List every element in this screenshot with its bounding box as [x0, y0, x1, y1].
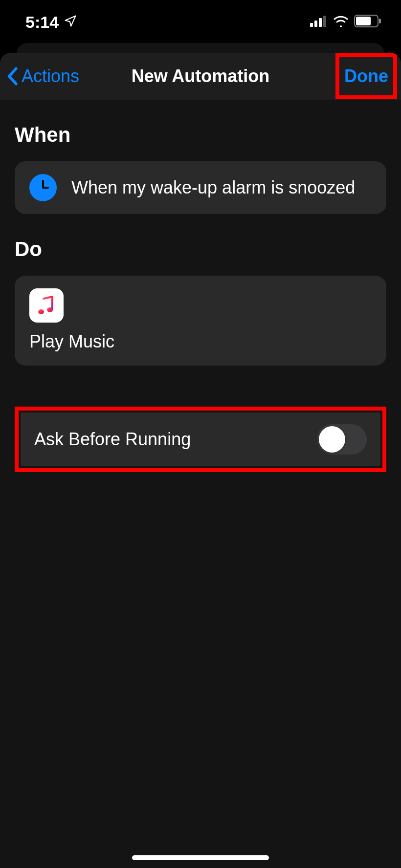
location-arrow-icon: [64, 13, 77, 32]
when-header: When: [15, 123, 386, 147]
svg-point-8: [38, 309, 44, 314]
status-right: [310, 15, 381, 29]
svg-rect-1: [314, 21, 317, 27]
music-note-icon: [36, 295, 57, 316]
svg-rect-0: [310, 23, 313, 27]
battery-icon: [354, 15, 381, 29]
chevron-back-icon: [7, 67, 18, 86]
ask-before-running-row[interactable]: Ask Before Running: [21, 412, 380, 466]
nav-bar: Actions New Automation Done: [0, 53, 401, 100]
done-label: Done: [344, 66, 388, 86]
back-label: Actions: [22, 66, 79, 87]
back-button[interactable]: Actions: [7, 66, 79, 87]
automation-sheet: Actions New Automation Done When When my…: [0, 53, 401, 868]
ask-before-running-highlight: Ask Before Running: [15, 407, 386, 472]
svg-rect-2: [319, 18, 322, 27]
content-area: When When my wake-up alarm is snoozed Do: [0, 123, 401, 472]
status-time: 5:14: [25, 13, 59, 32]
clock-icon: [29, 174, 57, 201]
ask-before-running-label: Ask Before Running: [34, 429, 191, 450]
music-app-icon: [29, 288, 64, 323]
toggle-knob: [319, 426, 345, 453]
svg-rect-6: [379, 19, 381, 23]
status-left: 5:14: [25, 13, 77, 32]
ask-before-running-toggle[interactable]: [317, 424, 367, 455]
do-action-label: Play Music: [29, 331, 372, 352]
wifi-icon: [333, 15, 349, 29]
when-trigger-label: When my wake-up alarm is snoozed: [71, 176, 355, 200]
svg-rect-3: [323, 16, 326, 27]
cellular-signal-icon: [310, 15, 328, 29]
done-button[interactable]: Done: [335, 53, 397, 99]
home-indicator[interactable]: [132, 855, 269, 860]
status-bar: 5:14: [0, 0, 401, 44]
when-trigger-card[interactable]: When my wake-up alarm is snoozed: [15, 161, 386, 214]
do-action-card[interactable]: Play Music: [15, 276, 386, 366]
do-header: Do: [15, 238, 386, 261]
svg-point-9: [47, 307, 53, 312]
svg-rect-5: [356, 17, 371, 25]
